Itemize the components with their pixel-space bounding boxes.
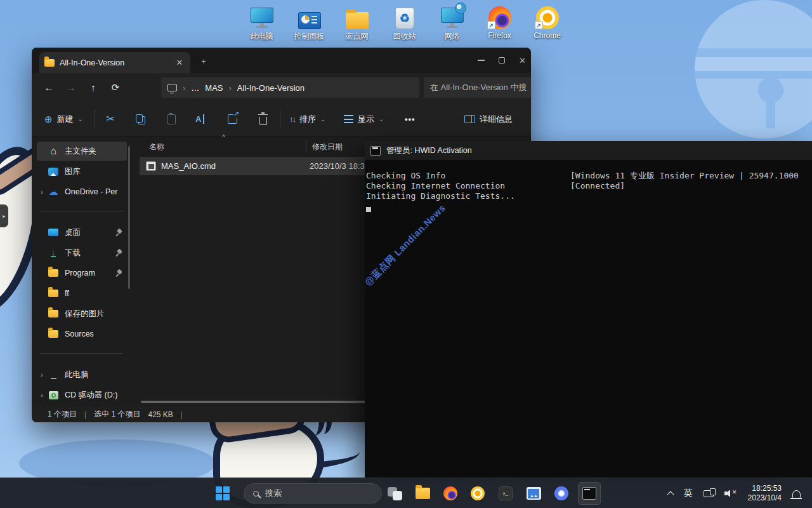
sidebar-item-desktop[interactable]: 桌面	[37, 223, 127, 242]
sidebar-item-gallery[interactable]: 图库	[37, 162, 127, 181]
column-date-modified[interactable]: 修改日期	[312, 142, 343, 152]
expand-chevron-icon[interactable]: ›	[37, 392, 47, 399]
clock[interactable]: 18:25:53 2023/10/4	[748, 484, 782, 503]
watermark-text: @蓝点网 Landian.News	[362, 202, 449, 289]
console-cursor	[366, 207, 371, 212]
search-input[interactable]: 在 All-In-One-Version 中搜	[424, 77, 531, 98]
folder-icon	[48, 330, 58, 338]
delete-button[interactable]	[259, 102, 267, 137]
task-view-button[interactable]	[387, 486, 402, 501]
expand-chevron-icon[interactable]: ›	[37, 371, 47, 378]
notifications-bell-icon[interactable]	[792, 490, 801, 498]
search-label: 搜索	[265, 488, 282, 499]
console-title-bar[interactable]: 管理员: HWID Activation	[365, 141, 812, 160]
new-button[interactable]: ⊕ 新建 ⌄	[44, 102, 83, 137]
cmd-icon	[370, 146, 381, 156]
cut-icon: ✂	[106, 112, 115, 126]
home-icon: ⌂	[47, 145, 60, 157]
up-icon[interactable]: ↑	[88, 82, 98, 93]
cmd-icon	[582, 487, 596, 500]
breadcrumb-segment[interactable]: MAS	[205, 83, 223, 93]
sidebar-scrollbar[interactable]	[128, 146, 130, 289]
sidebar-item-ff[interactable]: ff	[37, 284, 127, 303]
pin-icon	[116, 229, 123, 236]
ring-app-icon	[554, 486, 568, 500]
file-date-modified: 2023/10/3 18:3	[310, 161, 365, 171]
volume-muted-icon[interactable]: ✕	[724, 489, 737, 498]
breadcrumb-segment[interactable]: All-In-One-Version	[237, 83, 304, 93]
sidebar-item-onedrive[interactable]: › ☁ OneDrive - Per	[37, 182, 127, 201]
back-icon[interactable]: ←	[44, 82, 54, 93]
taskbar-chrome[interactable]	[470, 486, 485, 501]
shortcut-arrow-icon: ↗	[487, 21, 495, 29]
desktop-icon-control-panel[interactable]: 控制面板	[285, 4, 333, 42]
sidebar-item-sources[interactable]: Sources	[37, 324, 127, 344]
desktop-icon-label: 回收站	[393, 31, 416, 42]
navigation-pane: ⌂ 主文件夹 图库 › ☁ OneDrive - Per 桌面 ↓ 下载 Pro…	[32, 137, 132, 406]
sidebar-item-program[interactable]: Program	[37, 264, 127, 283]
sidebar-item-this-pc[interactable]: › 此电脑	[37, 365, 127, 384]
downloads-icon: ↓	[51, 249, 56, 257]
share-icon: ↗	[228, 114, 237, 124]
tab-close-icon[interactable]: ✕	[174, 58, 185, 67]
this-pc-icon	[48, 370, 59, 379]
tray-date: 2023/10/4	[748, 493, 782, 502]
start-button[interactable]	[216, 478, 230, 508]
network-icon[interactable]	[704, 490, 714, 497]
paste-button[interactable]	[167, 102, 176, 137]
see-more-button[interactable]: •••	[405, 102, 416, 137]
folder-icon	[48, 290, 58, 297]
console-line-right: [Connected]	[570, 181, 625, 191]
taskbar-blue-ring-app[interactable]	[554, 486, 569, 501]
sidebar-item-downloads[interactable]: ↓ 下载	[37, 243, 127, 262]
new-tab-button[interactable]: +	[198, 57, 209, 66]
breadcrumb[interactable]: › … MAS › All-In-One-Version	[161, 77, 419, 98]
sidebar-item-home[interactable]: ⌂ 主文件夹	[37, 142, 127, 161]
column-name[interactable]: 名称	[149, 142, 164, 152]
desktop-icon-network[interactable]: 网络	[428, 4, 476, 42]
cut-button[interactable]: ✂	[106, 102, 115, 137]
refresh-icon[interactable]: ⟳	[110, 82, 121, 93]
details-pane-button[interactable]: 详细信息	[464, 102, 513, 137]
rename-button[interactable]: A	[195, 102, 204, 137]
paste-icon	[167, 114, 176, 124]
taskbar-cmd-active[interactable]	[578, 482, 601, 505]
desktop-icon-chrome[interactable]: ↗ Chrome	[523, 4, 571, 42]
copy-button[interactable]	[136, 102, 145, 137]
close-button[interactable]: ✕	[519, 56, 526, 65]
pin-icon	[116, 249, 123, 257]
chrome-icon: ↗	[536, 6, 559, 29]
forward-icon[interactable]: →	[66, 82, 76, 93]
expand-chevron-icon[interactable]: ›	[37, 189, 47, 196]
taskbar-monitor-app[interactable]: ▲▲	[526, 486, 541, 501]
taskbar-terminal[interactable]: ›_	[498, 486, 513, 501]
explorer-tab[interactable]: All-In-One-Version ✕	[39, 52, 190, 73]
hidden-icons-chevron[interactable]	[667, 491, 674, 498]
maximize-button[interactable]	[499, 57, 505, 64]
cd-drive-icon	[49, 391, 58, 399]
chevron-right-icon: ›	[183, 83, 185, 93]
copy-icon	[136, 114, 145, 124]
desktop-icon-landian-folder[interactable]: 蓝点网	[333, 4, 381, 42]
items-count: 1 个项目	[48, 409, 77, 420]
taskbar-search[interactable]: 搜索	[244, 483, 382, 504]
console-title: 管理员: HWID Activation	[386, 145, 472, 156]
minimize-button[interactable]	[478, 60, 485, 61]
tab-title: All-In-One-Version	[60, 58, 169, 67]
view-button[interactable]: 显示 ⌄	[344, 102, 384, 137]
desktop-icon-this-pc[interactable]: 此电脑	[238, 4, 285, 42]
cmd-file-icon	[146, 161, 156, 171]
breadcrumb-ellipsis[interactable]: …	[191, 83, 199, 93]
sidebar-item-saved-pictures[interactable]: 保存的图片	[37, 304, 127, 323]
ime-indicator[interactable]: 英	[684, 488, 693, 499]
sort-button[interactable]: ↑↓ 排序 ⌄	[289, 102, 325, 137]
edge-flyout-handle[interactable]: ►	[0, 204, 8, 227]
desktop-icon-firefox[interactable]: ↗ Firefox	[476, 4, 523, 42]
taskbar-firefox[interactable]	[443, 486, 458, 501]
sidebar-item-cd-drive[interactable]: › CD 驱动器 (D:)	[37, 385, 127, 404]
desktop-icon-label: 网络	[445, 31, 460, 42]
share-button[interactable]: ↗	[228, 102, 237, 137]
taskbar-file-explorer[interactable]	[415, 486, 430, 501]
desktop-icon-recycle-bin[interactable]: ♻ 回收站	[381, 4, 428, 42]
console-line-left: Initiating Diagnostic Tests...	[366, 191, 570, 201]
